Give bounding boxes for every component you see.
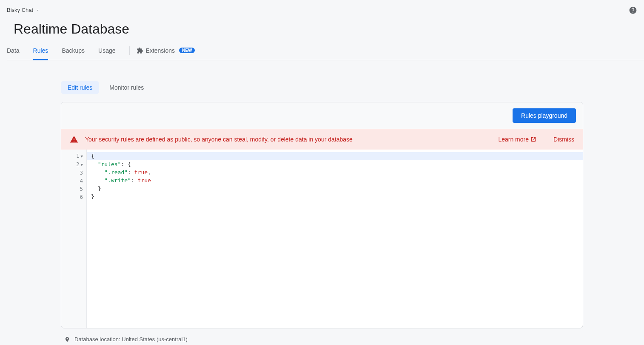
location-icon xyxy=(64,337,70,342)
subtabs: Edit rules Monitor rules xyxy=(61,81,583,94)
dismiss-button[interactable]: Dismiss xyxy=(553,136,574,143)
tab-usage[interactable]: Usage xyxy=(98,47,115,60)
main-tabs: Data Rules Backups Usage Extensions NEW xyxy=(7,46,644,60)
code-editor[interactable]: 1▼ 2▼ 3 4 5 6 { "rules": { ".read": true… xyxy=(61,150,583,328)
warning-icon xyxy=(70,135,78,144)
location-footer: Database location: United States (us-cen… xyxy=(61,336,583,342)
fold-icon[interactable]: ▼ xyxy=(81,163,83,167)
card-header: Rules playground xyxy=(61,102,583,129)
help-icon[interactable] xyxy=(629,6,637,14)
rules-card: Rules playground Your security rules are… xyxy=(61,102,583,328)
new-badge: NEW xyxy=(179,48,195,53)
chevron-down-icon xyxy=(36,8,40,12)
tab-backups[interactable]: Backups xyxy=(62,47,85,60)
tab-divider xyxy=(129,46,130,55)
page-title: Realtime Database xyxy=(14,21,637,37)
fold-icon[interactable]: ▼ xyxy=(81,154,83,158)
tab-rules[interactable]: Rules xyxy=(33,47,48,60)
rules-playground-button[interactable]: Rules playground xyxy=(513,108,576,123)
learn-more-link[interactable]: Learn more xyxy=(498,136,536,143)
security-alert: Your security rules are defined as publi… xyxy=(61,129,583,150)
gutter: 1▼ 2▼ 3 4 5 6 xyxy=(61,150,87,328)
subtab-monitor-rules[interactable]: Monitor rules xyxy=(103,81,151,94)
tab-extensions-label: Extensions xyxy=(146,47,175,54)
tab-extensions[interactable]: Extensions NEW xyxy=(137,47,195,60)
external-link-icon xyxy=(530,136,536,142)
project-name: Bisky Chat xyxy=(7,7,33,13)
tab-data[interactable]: Data xyxy=(7,47,20,60)
learn-more-label: Learn more xyxy=(498,136,529,143)
location-text: Database location: United States (us-cen… xyxy=(74,336,188,342)
alert-message: Your security rules are defined as publi… xyxy=(85,136,491,143)
subtab-edit-rules[interactable]: Edit rules xyxy=(61,81,99,94)
puzzle-icon xyxy=(137,47,143,54)
project-selector[interactable]: Bisky Chat xyxy=(7,7,40,13)
code-area[interactable]: { "rules": { ".read": true, ".write": tr… xyxy=(87,150,583,328)
